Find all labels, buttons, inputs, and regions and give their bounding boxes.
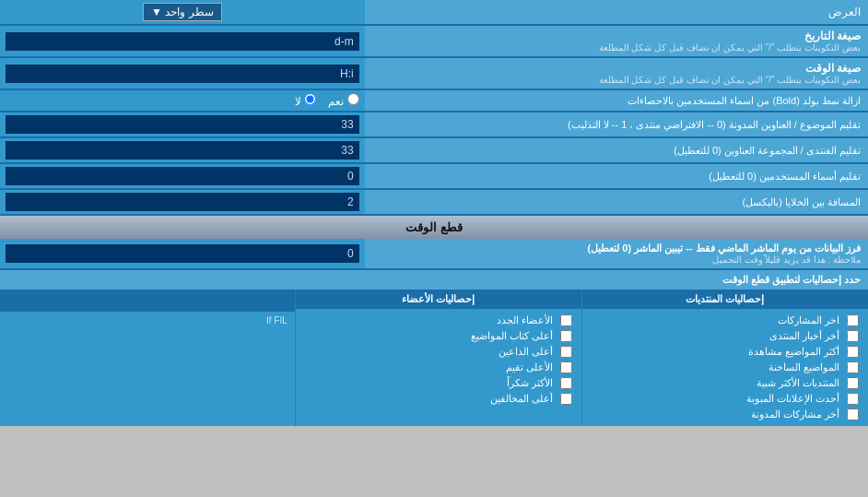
list-item: المواضيع الساخنة — [590, 360, 861, 375]
checkbox-col1-5[interactable] — [847, 393, 859, 405]
time-cut-header: قطع الوقت — [0, 216, 868, 239]
bold-yes-label[interactable]: نعم — [325, 95, 359, 108]
single-line-dropdown[interactable]: سطر واحد ▼ — [143, 3, 222, 21]
date-format-label: صيغة التاريخ بعض التكوينات يتطلب "/" الت… — [365, 26, 868, 56]
username-sort-input-cell — [0, 164, 365, 188]
username-sort-text: تقليم أسماء المستخدمين (0 للتعطيل) — [709, 171, 861, 182]
bold-yes-radio[interactable] — [347, 93, 359, 105]
checkbox-col2-1[interactable] — [560, 330, 572, 342]
checkbox-col2-2[interactable] — [560, 346, 572, 358]
username-sort-input[interactable] — [6, 167, 359, 185]
checkbox-col1-2[interactable] — [847, 346, 859, 358]
time-format-input[interactable] — [6, 65, 359, 83]
checkbox-col2-4[interactable] — [560, 377, 572, 389]
time-cut-filter-label: فرز البيانات من يوم الماشر الماضي فقط --… — [365, 239, 868, 268]
bold-no-radio[interactable] — [304, 93, 316, 105]
date-format-sublabel: بعض التكوينات يتطلب "/" التي يمكن ان تضا… — [372, 42, 861, 53]
col3-header — [0, 290, 295, 312]
list-item: أعلى كتاب المواضيع — [303, 328, 574, 344]
list-item: الأكثر شكراً — [303, 375, 574, 391]
cell-spacing-text: المسافة بين الخلايا (بالبكسل) — [743, 196, 862, 207]
bold-remove-options: نعم لا — [0, 90, 365, 111]
date-format-input-cell — [0, 26, 365, 56]
bold-remove-label: ازالة نمط بولد (Bold) من اسماء المستخدمي… — [365, 90, 868, 111]
checkbox-col2-5[interactable] — [560, 393, 572, 405]
list-item: أعلى المخالفين — [303, 391, 574, 407]
bold-yes-text: نعم — [328, 95, 344, 108]
date-format-title: صيغة التاريخ — [372, 30, 861, 42]
list-item: أحدث الإعلانات المبوبة — [590, 391, 861, 407]
checkbox-col1-0[interactable] — [847, 314, 859, 326]
time-cut-filter-input[interactable] — [6, 244, 359, 263]
forum-group-sort-input[interactable] — [6, 141, 359, 160]
chevron-down-icon: ▼ — [151, 6, 162, 18]
list-item: الأعلى تقيم — [303, 360, 574, 375]
list-item: المنتديات الأكثر شبية — [590, 375, 861, 391]
date-format-input[interactable] — [6, 32, 359, 51]
list-item: أخر مشاركات المدونة — [590, 407, 861, 422]
checkbox-col1-1[interactable] — [847, 330, 859, 342]
time-format-sublabel: بعض التكوينات يتطلب "/" التي يمكن ان تضا… — [372, 75, 861, 85]
checkbox-col1-4[interactable] — [847, 377, 859, 389]
bold-remove-text: ازالة نمط بولد (Bold) من اسماء المستخدمي… — [628, 95, 861, 106]
cell-spacing-input-cell — [0, 190, 365, 214]
list-item: أخر أخبار المنتدى — [590, 328, 861, 344]
time-cut-filter-text: فرز البيانات من يوم الماشر الماضي فقط --… — [372, 243, 861, 254]
checkbox-col1-6[interactable] — [847, 408, 859, 420]
col2-header: إحصاليات الأعضاء — [296, 290, 581, 309]
dropdown-label: سطر واحد — [165, 6, 213, 18]
forum-group-sort-text: تقليم الفنتدى / المجموعة العناوين (0 للت… — [674, 145, 861, 156]
list-item: أكثر المواضيع مشاهدة — [590, 344, 861, 360]
display-label: العرض — [365, 0, 868, 24]
bold-no-text: لا — [295, 95, 301, 108]
time-cut-filter-note: ملاحظة : هذا قد يزيد قليلاً وقت التحميل — [372, 254, 861, 265]
single-line-cell: سطر واحد ▼ — [0, 0, 365, 24]
list-item: اخر المشاركات — [590, 313, 861, 328]
time-format-input-cell — [0, 58, 365, 89]
time-format-label: صيغة الوقت بعض التكوينات يتطلب "/" التي … — [365, 58, 868, 89]
topic-sort-input-cell — [0, 112, 365, 136]
forum-group-sort-input-cell — [0, 138, 365, 162]
checkbox-col1-3[interactable] — [847, 361, 859, 373]
bold-no-label[interactable]: لا — [295, 95, 316, 108]
forum-group-sort-label: تقليم الفنتدى / المجموعة العناوين (0 للت… — [365, 138, 868, 162]
stats-limit-label: حدد إحصاليات لتطبيق قطع الوقت — [0, 270, 868, 290]
cell-spacing-input[interactable] — [6, 193, 359, 211]
topic-sort-input[interactable] — [6, 115, 359, 134]
time-format-title: صيغة الوقت — [372, 62, 861, 75]
checkbox-col2-0[interactable] — [560, 314, 572, 326]
checkbox-col2-3[interactable] — [560, 361, 572, 373]
topic-sort-label: تقليم الموضوع / العناوين المدونة (0 -- ا… — [365, 112, 868, 136]
list-item: أعلى الداعين — [303, 344, 574, 360]
cell-spacing-label: المسافة بين الخلايا (بالبكسل) — [365, 190, 868, 214]
username-sort-label: تقليم أسماء المستخدمين (0 للتعطيل) — [365, 164, 868, 188]
if-fil-note: If FIL — [0, 312, 295, 329]
col1-header: إحصاليات المنتديات — [582, 290, 868, 309]
list-item: الأعضاء الجدد — [303, 313, 574, 328]
time-cut-filter-input-cell — [0, 239, 365, 268]
topic-sort-text: تقليم الموضوع / العناوين المدونة (0 -- ا… — [568, 119, 861, 130]
